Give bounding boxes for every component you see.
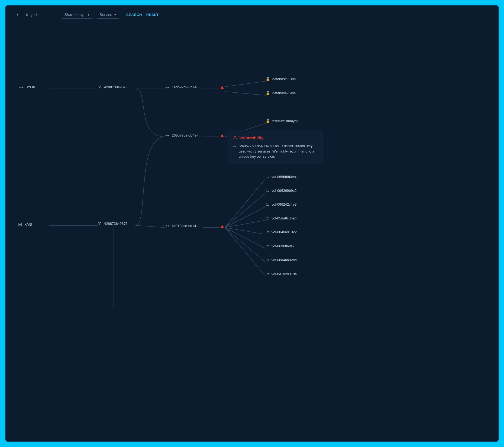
key2-label: 26857759-d549-... xyxy=(172,133,201,137)
key-icon: ⊶ xyxy=(19,85,23,90)
account1-label: 428873849876 xyxy=(104,85,128,89)
db2-label: database-1-ins... xyxy=(272,91,299,95)
key-vuln-icon: ⊶ xyxy=(233,144,237,150)
volume5-icon: 🗂 xyxy=(266,230,269,234)
vol3-label: vol-096242c4e9... xyxy=(272,202,299,206)
db3-node[interactable]: 🔒 bsecure-dbmysq... xyxy=(266,119,301,123)
volume7-icon: 🗂 xyxy=(266,258,269,262)
svg-line-13 xyxy=(225,220,266,228)
svg-line-11 xyxy=(225,193,266,228)
key2-icon: ⊶ xyxy=(165,133,170,138)
shared-keys-label: Shared keys xyxy=(64,12,86,17)
vol7-label: vol-08a4ba02ba... xyxy=(272,258,300,262)
volume8-icon: 🗂 xyxy=(266,272,269,276)
vol6-label: vol-0696ffa9f5... xyxy=(272,244,297,248)
chevron-down-icon: ▼ xyxy=(16,13,19,16)
chevron-down-icon: ▼ xyxy=(114,13,117,16)
key3-warning[interactable]: ▲ xyxy=(219,223,225,229)
svg-line-12 xyxy=(225,207,266,228)
svg-line-4 xyxy=(225,92,266,95)
first-dropdown[interactable]: ▼ xyxy=(14,12,22,18)
key1-warning[interactable]: ▲ xyxy=(219,84,225,90)
volume2-icon: 🗂 xyxy=(266,188,269,193)
warning-triangle3-icon: ▲ xyxy=(219,223,225,229)
svg-line-16 xyxy=(225,228,266,262)
vol4-label: vol-05da8c3b9b... xyxy=(272,216,299,220)
svg-line-3 xyxy=(225,81,266,87)
account2-label: 428873849876 xyxy=(104,222,128,226)
warning-triangle2-icon: ▲ xyxy=(219,132,225,138)
warning-icon: ⚠ xyxy=(233,135,237,141)
database3-icon: 🔒 xyxy=(266,119,270,123)
org2-icon: ⛛ xyxy=(98,221,102,226)
chevron-down-icon: ▼ xyxy=(87,13,90,16)
svg-line-10 xyxy=(225,179,266,228)
key2-node[interactable]: ⊶ 26857759-d549-... xyxy=(165,133,201,138)
db2-node[interactable]: 🔒 database-1-ins... xyxy=(266,91,299,95)
key3-label: 6c919bce-ba14-... xyxy=(172,224,200,228)
svg-line-8 xyxy=(135,225,165,228)
db1-label: database-1-ins... xyxy=(272,77,299,81)
vulnerability-tooltip: ⚠ Vulnerability ⊶ "26857759-d549-47a9-ba… xyxy=(228,130,322,164)
vol2-label: vol-0d6269b9c9... xyxy=(272,189,299,193)
vulnerability-title: ⚠ Vulnerability xyxy=(233,135,317,141)
svg-line-17 xyxy=(225,228,266,276)
search-button[interactable]: SEARCH xyxy=(126,13,142,17)
reset-button[interactable]: RESET xyxy=(146,13,159,17)
volume3-icon: 🗂 xyxy=(266,202,269,206)
volume1-icon: 🗂 xyxy=(266,174,269,179)
vol8-node[interactable]: 🗂 vol-0a1020319a... xyxy=(266,272,300,276)
vol2-node[interactable]: 🗂 vol-0d6269b9c9... xyxy=(266,188,299,193)
vol5-label: vol-0040a91322... xyxy=(272,230,300,234)
service-dropdown[interactable]: Service ▼ xyxy=(97,11,119,19)
vol7-node[interactable]: 🗂 vol-08a4ba02ba... xyxy=(266,258,300,262)
vol6-node[interactable]: 🗂 vol-0696ffa9f5... xyxy=(266,244,297,248)
warning-triangle-icon: ▲ xyxy=(219,84,225,90)
graph-canvas: ⊶ BYOK ⊞ KMS ⛛ 428873849876 ⛛ 4288738498… xyxy=(5,24,499,442)
key1-label: 1adb92c9-8b7e-... xyxy=(172,85,201,89)
vol4-node[interactable]: 🗂 vol-05da8c3b9b... xyxy=(266,216,299,220)
vol8-label: vol-0a1020319a... xyxy=(272,272,300,276)
vulnerability-message: "26857759-d549-47a9-ba10-dccaf018f3cb" k… xyxy=(239,143,317,159)
vol5-node[interactable]: 🗂 vol-0040a91322... xyxy=(266,230,300,234)
db3-label: bsecure-dbmysq... xyxy=(272,119,301,123)
db1-node[interactable]: 🔒 database-1-ins... xyxy=(266,77,299,81)
volume4-icon: 🗂 xyxy=(266,216,269,220)
key1-node[interactable]: ⊶ 1adb92c9-8b7e-... xyxy=(165,85,201,90)
main-container: ▼ Key Id Shared keys ▼ Service ▼ SEARCH … xyxy=(5,5,499,442)
vol1-node[interactable]: 🗂 vol-066bbfb0ea... xyxy=(266,174,299,179)
account2-node[interactable]: ⛛ 428873849876 xyxy=(98,221,128,226)
filter-bar: ▼ Key Id Shared keys ▼ Service ▼ SEARCH … xyxy=(5,5,499,24)
svg-line-14 xyxy=(225,228,266,234)
volume6-icon: 🗂 xyxy=(266,244,269,248)
kms-label: KMS xyxy=(24,222,32,226)
svg-line-15 xyxy=(225,228,266,248)
service-label: Service xyxy=(99,12,112,17)
vol1-label: vol-066bbfb0ea... xyxy=(272,175,299,179)
key3-node[interactable]: ⊶ 6c919bce-ba14-... xyxy=(165,223,200,228)
connections-svg xyxy=(5,24,499,442)
account1-node[interactable]: ⛛ 428873849876 xyxy=(98,85,128,89)
key3-icon: ⊶ xyxy=(165,223,170,228)
database2-icon: 🔒 xyxy=(266,91,270,95)
key2-warning[interactable]: ▲ xyxy=(219,132,225,138)
vol3-node[interactable]: 🗂 vol-096242c4e9... xyxy=(266,202,299,206)
kms-node[interactable]: ⊞ KMS xyxy=(18,221,32,228)
shared-keys-dropdown[interactable]: Shared keys ▼ xyxy=(62,11,93,19)
byok-node[interactable]: ⊶ BYOK xyxy=(19,85,35,90)
byok-label: BYOK xyxy=(25,85,35,89)
vulnerability-body: ⊶ "26857759-d549-47a9-ba10-dccaf018f3cb"… xyxy=(233,143,317,159)
key1-icon: ⊶ xyxy=(165,85,170,90)
kms-icon: ⊞ xyxy=(18,221,22,228)
org-icon: ⛛ xyxy=(98,85,102,89)
key-id-label: Key Id xyxy=(26,13,37,17)
database-icon: 🔒 xyxy=(266,77,270,81)
